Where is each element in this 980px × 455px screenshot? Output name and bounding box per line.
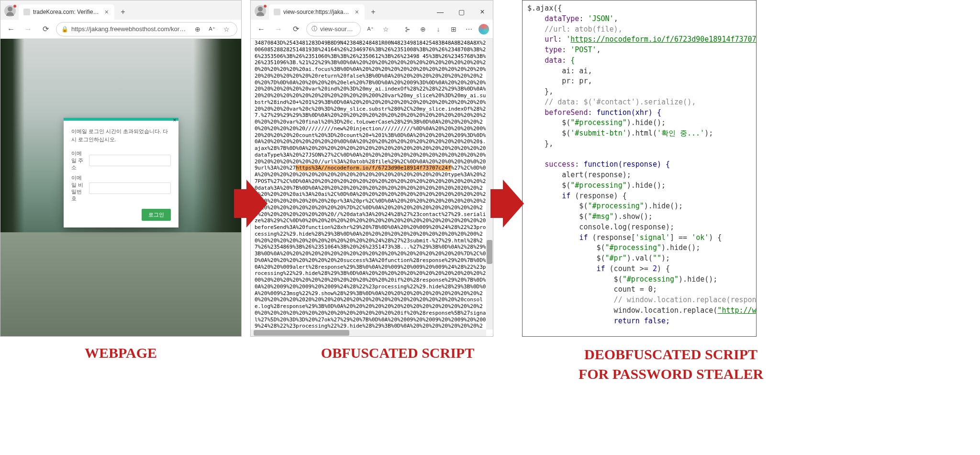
tab-title: view-source:https://jakang.freewe [283, 9, 351, 15]
back-button[interactable]: ← [4, 23, 18, 36]
arrow-icon [490, 165, 522, 242]
refresh-button[interactable]: ⟳ [39, 23, 52, 36]
search-icon[interactable]: ⊕ [192, 23, 203, 35]
url-text: https://jakang.freewebhosthost.com/korea… [71, 25, 189, 33]
window-controls: — ▢ × [430, 4, 493, 20]
toolbar: ← → ⟳ ⓘ view-source:https://j... A⁺ ☆ ⊱ … [251, 20, 493, 39]
close-button[interactable]: × [472, 4, 493, 20]
profile-icon[interactable] [4, 5, 16, 17]
caption-deobfuscated: DEOBFUSCATED SCRIPTFOR PASSWORD STEALER [554, 345, 788, 384]
refresh-button[interactable]: ⟳ [289, 23, 302, 36]
email-input[interactable] [89, 155, 171, 166]
scroll-thumb[interactable] [487, 240, 492, 264]
webpage-window: tradeKorea.com: Verified Korean S × + ← … [0, 0, 242, 337]
url-text: view-source:https://j... [320, 25, 356, 33]
more-icon[interactable]: ⋯ [463, 23, 475, 35]
caption-webpage: WEBPAGE [0, 345, 242, 384]
new-tab-button[interactable]: + [116, 5, 130, 19]
arrow-icon [234, 165, 266, 242]
source-text[interactable]: 34870843D%2543481283D49B8D9N42384B248481… [251, 39, 493, 336]
source-content-area: 34870843D%2543481283D49B8D9N42384B248481… [251, 39, 493, 336]
main-container: tradeKorea.com: Verified Korean S × + ← … [0, 0, 980, 455]
favorite-icon[interactable]: ☆ [380, 23, 391, 35]
forward-button[interactable]: → [272, 23, 285, 36]
titlebar: tradeKorea.com: Verified Korean S × + [0, 0, 241, 20]
source-window: view-source:https://jakang.freewe × + — … [250, 0, 493, 337]
page-content: × 이메일 로그인 시간이 초과되었습니다. 다시 로그인하십시오. 이메일 주… [0, 39, 241, 336]
favorites-bar-icon[interactable]: ⊱ [402, 23, 413, 35]
password-label: 이메일 비밀번호 [71, 174, 85, 202]
tab-close-icon[interactable]: × [104, 8, 110, 16]
tab-title: tradeKorea.com: Verified Korean S [33, 9, 101, 15]
caption-row: WEBPAGE OBFUSCATED SCRIPT DEOBFUSCATED S… [0, 345, 980, 384]
deobfuscated-code: $.ajax({ dataType: 'JSON', //url: atob(f… [522, 0, 757, 337]
tab-close-icon[interactable]: × [354, 8, 360, 16]
profile-icon[interactable] [255, 5, 266, 17]
titlebar: view-source:https://jakang.freewe × + — … [251, 0, 493, 20]
reader-icon[interactable]: A⁺ [206, 23, 218, 35]
email-label: 이메일 주소 [71, 150, 85, 171]
lock-icon: 🔒 [61, 26, 68, 33]
downloads-icon[interactable]: ↓ [433, 23, 444, 35]
toolbar: ← → ⟳ 🔒 https://jakang.freewebhosthost.c… [0, 20, 241, 39]
login-message: 이메일 로그인 시간이 초과되었습니다. 다시 로그인하십시오. [71, 127, 171, 143]
dialog-close-icon[interactable]: × [173, 117, 176, 124]
browser-tab[interactable]: tradeKorea.com: Verified Korean S × [19, 4, 114, 20]
reader-icon[interactable]: A⁺ [365, 23, 376, 35]
collections-icon[interactable]: ⊕ [417, 23, 429, 35]
password-input[interactable] [89, 182, 171, 194]
forward-button[interactable]: → [22, 23, 35, 36]
address-bar[interactable]: ⓘ view-source:https://j... [306, 22, 361, 36]
tab-favicon-icon [274, 9, 280, 15]
browser-tab[interactable]: view-source:https://jakang.freewe × [269, 4, 365, 20]
address-bar[interactable]: 🔒 https://jakang.freewebhosthost.com/kor… [56, 22, 237, 36]
maximize-button[interactable]: ▢ [451, 4, 472, 20]
copilot-icon[interactable] [479, 24, 489, 34]
scroll-thumb[interactable] [254, 330, 349, 336]
minimize-button[interactable]: — [430, 4, 451, 20]
info-icon: ⓘ [312, 25, 317, 33]
login-button[interactable]: 로그인 [142, 208, 171, 220]
back-button[interactable]: ← [255, 23, 268, 36]
dialog-header: × [64, 118, 178, 121]
login-dialog: × 이메일 로그인 시간이 초과되었습니다. 다시 로그인하십시오. 이메일 주… [64, 118, 178, 227]
caption-obfuscated: OBFUSCATED SCRIPT [276, 345, 519, 384]
extensions-icon[interactable]: ⊞ [448, 23, 459, 35]
new-tab-button[interactable]: + [367, 5, 380, 19]
favorite-icon[interactable]: ☆ [221, 23, 232, 35]
background-image: × 이메일 로그인 시간이 초과되었습니다. 다시 로그인하십시오. 이메일 주… [0, 39, 241, 336]
horizontal-scrollbar[interactable] [251, 330, 486, 336]
tab-favicon-icon [23, 9, 30, 15]
